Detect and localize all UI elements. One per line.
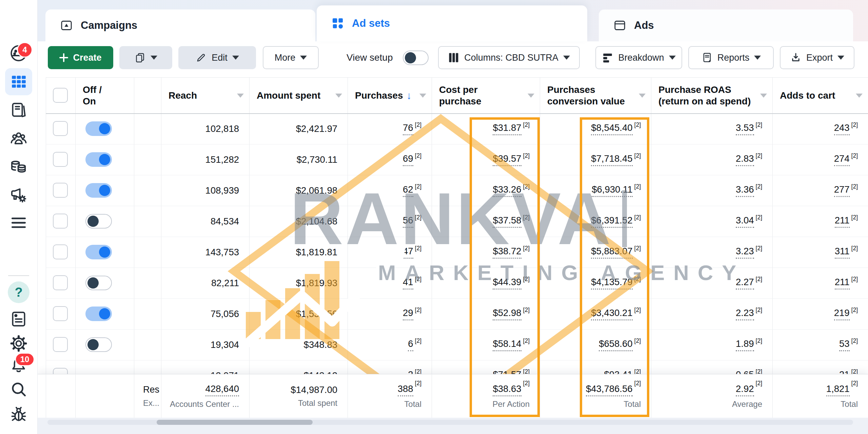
header-menu-caret[interactable] <box>528 94 534 98</box>
metric-value[interactable]: $3,430.21 <box>591 308 632 320</box>
metric-value[interactable]: 76 <box>403 122 413 135</box>
header-menu-caret[interactable] <box>856 94 863 98</box>
metric-value[interactable]: 3.04 <box>736 215 754 228</box>
footer-total-value[interactable]: 388 <box>398 383 413 396</box>
tab-campaigns[interactable]: Campaigns <box>45 9 315 41</box>
footer-total-value[interactable]: 1,821 <box>826 383 850 396</box>
metric-value[interactable]: $71.57 <box>493 369 521 374</box>
breakdown-button[interactable]: Breakdown <box>595 46 682 69</box>
metric-value[interactable]: 1.89 <box>736 338 754 351</box>
sidebar-item-audiences[interactable] <box>9 129 28 148</box>
metric-value[interactable]: 41 <box>403 277 413 290</box>
duplicate-button[interactable] <box>119 46 172 69</box>
row-checkbox[interactable] <box>53 337 68 352</box>
row-checkbox[interactable] <box>53 244 68 259</box>
metric-value[interactable]: 56 <box>403 215 413 228</box>
metric-value[interactable]: 47 <box>403 246 413 259</box>
header-menu-caret[interactable] <box>760 94 767 98</box>
export-button[interactable]: Export <box>780 46 854 69</box>
create-button[interactable]: Create <box>48 46 113 69</box>
row-toggle[interactable] <box>85 214 112 229</box>
metric-value[interactable]: $37.58 <box>493 215 521 228</box>
metric-value[interactable]: 69 <box>403 153 413 166</box>
metric-value[interactable]: $4,135.79 <box>591 277 632 290</box>
column-header-atc[interactable]: Adds to cart <box>772 77 868 114</box>
metric-value[interactable]: $33.26 <box>493 184 521 197</box>
metric-value[interactable]: 0.65 <box>736 369 754 374</box>
header-menu-caret[interactable] <box>237 94 244 98</box>
footer-total-value[interactable]: $43,786.56 <box>586 383 633 396</box>
metric-value[interactable]: $5,883.07 <box>591 246 632 259</box>
metric-value[interactable]: $52.98 <box>493 308 521 320</box>
metric-value[interactable]: $6,391.52 <box>591 215 632 228</box>
metric-value[interactable]: $93.41 <box>604 369 632 374</box>
horizontal-scrollbar-thumb[interactable] <box>157 420 313 425</box>
row-toggle[interactable] <box>85 276 112 290</box>
row-checkbox[interactable] <box>53 183 68 198</box>
column-header-cpp[interactable]: Cost per purchase <box>432 77 540 114</box>
view-setup-toggle[interactable] <box>403 51 429 65</box>
metric-value[interactable]: 21 <box>839 369 850 374</box>
column-header-roas[interactable]: Purchase ROAS (return on ad spend) <box>651 77 772 114</box>
sidebar-item-settings[interactable] <box>9 334 28 353</box>
column-header-spent[interactable]: Amount spent <box>249 77 348 114</box>
metric-value[interactable]: $31.87 <box>493 122 521 135</box>
metric-value[interactable]: 274 <box>834 153 850 166</box>
metric-value[interactable]: $39.57 <box>493 153 521 166</box>
reports-button[interactable]: Reports <box>688 46 774 69</box>
sidebar-item-campaigns-active[interactable] <box>5 68 32 95</box>
metric-value[interactable]: 277 <box>834 184 850 197</box>
column-header-reach[interactable]: Reach <box>161 77 249 114</box>
metric-value[interactable]: 3.36 <box>736 184 754 197</box>
row-checkbox[interactable] <box>53 152 68 167</box>
metric-value[interactable]: 2.27 <box>736 277 754 290</box>
sidebar-item-all-tools[interactable] <box>9 213 28 232</box>
tab-ads[interactable]: Ads <box>599 9 853 41</box>
footer-total-value[interactable]: 2.92 <box>736 383 754 396</box>
metric-value[interactable]: $7,718.45 <box>591 153 632 166</box>
metric-value[interactable]: 211 <box>835 215 850 228</box>
metric-value[interactable]: $44.39 <box>493 277 521 290</box>
header-menu-caret[interactable] <box>419 94 426 98</box>
metric-value[interactable]: 3.23 <box>736 246 754 259</box>
row-checkbox[interactable] <box>53 306 68 321</box>
tab-ad-sets[interactable]: Ad sets <box>317 5 587 41</box>
row-checkbox[interactable] <box>53 214 68 229</box>
sidebar-item-ads-settings[interactable] <box>9 185 28 204</box>
header-menu-caret[interactable] <box>639 94 646 98</box>
metric-value[interactable]: $658.60 <box>599 338 632 351</box>
metric-value[interactable]: $58.14 <box>493 338 521 351</box>
metric-value[interactable]: 3.53 <box>736 122 754 135</box>
edit-button[interactable]: Edit <box>178 46 256 69</box>
row-toggle[interactable] <box>85 337 112 352</box>
sidebar-item-report-bug[interactable] <box>9 405 28 424</box>
metric-value[interactable]: 243 <box>834 122 850 135</box>
metric-value[interactable]: 2.23 <box>736 308 754 320</box>
sidebar-item-updates[interactable] <box>9 310 28 329</box>
sidebar-item-help[interactable]: ? <box>8 281 29 303</box>
column-header-purchases[interactable]: Purchases↓ <box>348 77 432 114</box>
metric-value[interactable]: 6 <box>408 338 413 351</box>
select-all-checkbox[interactable] <box>53 88 68 103</box>
metric-value[interactable]: $6,930.11 <box>592 184 632 197</box>
metric-value[interactable]: 2.83 <box>736 153 754 166</box>
row-toggle[interactable] <box>85 307 112 321</box>
metric-value[interactable]: 62 <box>403 184 413 197</box>
metric-value[interactable]: $8,545.40 <box>591 122 632 135</box>
sidebar-item-pages[interactable] <box>9 101 28 120</box>
row-checkbox[interactable] <box>53 121 68 136</box>
sidebar-item-search[interactable] <box>9 380 28 399</box>
metric-value[interactable]: 219 <box>834 308 850 320</box>
header-menu-caret[interactable] <box>335 94 342 98</box>
more-button[interactable]: More <box>263 46 319 69</box>
row-toggle[interactable] <box>85 245 112 259</box>
column-header-pcv[interactable]: Purchases conversion value <box>540 77 651 114</box>
columns-button[interactable]: Columns: CBD SUTRA <box>438 46 580 69</box>
row-toggle[interactable] <box>85 183 112 198</box>
metric-value[interactable]: $38.72 <box>493 246 521 259</box>
metric-value[interactable]: 53 <box>839 338 850 351</box>
row-checkbox[interactable] <box>53 368 68 374</box>
row-checkbox[interactable] <box>53 275 68 290</box>
metric-value[interactable]: 211 <box>835 277 850 290</box>
metric-value[interactable]: 29 <box>403 308 413 320</box>
